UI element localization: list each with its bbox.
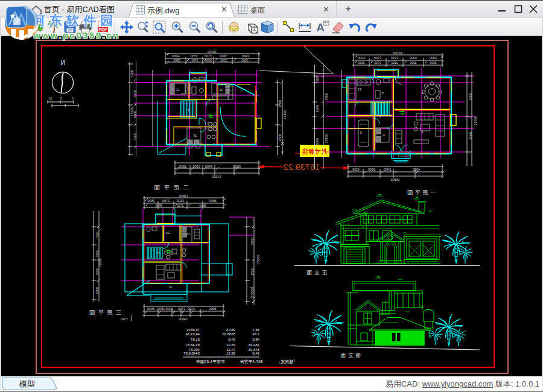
svg-text:2700: 2700 — [191, 58, 198, 62]
svg-text:0: 0 — [72, 96, 74, 100]
svg-text:1300: 1300 — [316, 76, 319, 83]
svg-text:7.84: 7.84 — [252, 332, 259, 336]
svg-text:T: T — [187, 109, 189, 112]
svg-text:2100: 2100 — [391, 61, 398, 65]
svg-text:2F: 2F — [175, 88, 179, 92]
svg-text:3900: 3900 — [173, 58, 180, 62]
svg-text:14600: 14600 — [179, 194, 188, 198]
svg-text:3300: 3300 — [199, 204, 206, 207]
svg-text:7320: 7320 — [121, 317, 128, 321]
svg-text:3F: 3F — [218, 88, 223, 92]
svg-text:2100: 2100 — [205, 54, 212, 58]
svg-text:T: T — [157, 251, 159, 255]
svg-text:N: N — [60, 60, 65, 66]
svg-text:34.8: 34.8 — [228, 338, 235, 341]
svg-text:5: 5 — [381, 91, 384, 95]
svg-text:3700: 3700 — [191, 54, 198, 58]
svg-text:16200: 16200 — [393, 51, 402, 55]
svg-text:16200: 16200 — [208, 50, 217, 54]
svg-text:484.46: 484.46 — [248, 343, 259, 347]
svg-text:75.8644: 75.8644 — [186, 328, 200, 332]
svg-text:2400: 2400 — [133, 90, 137, 97]
svg-text:3000: 3000 — [95, 250, 99, 257]
svg-text:8800: 8800 — [209, 307, 216, 311]
svg-text:2700: 2700 — [391, 56, 398, 60]
svg-text:6: 6 — [383, 133, 385, 137]
svg-text:5200: 5200 — [250, 268, 254, 275]
svg-text:3500: 3500 — [469, 93, 472, 100]
svg-text:1800: 1800 — [179, 165, 186, 168]
svg-text:2700: 2700 — [178, 307, 185, 311]
svg-text:2700: 2700 — [162, 199, 170, 203]
svg-text:3400: 3400 — [316, 105, 319, 112]
svg-text:2400: 2400 — [242, 54, 249, 58]
svg-text:1F: 1F — [192, 134, 197, 138]
svg-text:3000: 3000 — [147, 307, 154, 311]
svg-text:44.61,84: 44.61,84 — [185, 332, 200, 336]
svg-text:2400: 2400 — [155, 204, 162, 207]
svg-text:16800: 16800 — [390, 178, 399, 182]
svg-text:1300: 1300 — [130, 70, 134, 77]
svg-text:4500: 4500 — [133, 133, 137, 140]
svg-text:1b: 1b — [186, 232, 190, 236]
svg-text:T: T — [379, 115, 381, 119]
svg-text:12000: 12000 — [98, 258, 102, 267]
svg-text:83.48.87: 83.48.87 — [185, 343, 200, 347]
svg-text:10500: 10500 — [325, 134, 328, 143]
svg-text:5888.65: 5888.65 — [222, 332, 235, 336]
svg-text:2500: 2500 — [147, 199, 154, 203]
svg-text:7000: 7000 — [278, 100, 282, 107]
svg-text:4c: 4c — [168, 285, 172, 289]
svg-text:367.4平方米: 367.4平方米 — [240, 359, 263, 364]
svg-text:6000: 6000 — [469, 132, 472, 139]
svg-text:2800: 2800 — [325, 93, 328, 100]
svg-text:2400: 2400 — [384, 168, 391, 171]
svg-text:45.01: 45.01 — [226, 343, 235, 347]
svg-text:284.5: 284.5 — [226, 328, 235, 332]
svg-text:2000: 2000 — [316, 138, 319, 145]
svg-text:12000: 12000 — [130, 107, 134, 116]
svg-text:3400: 3400 — [95, 268, 99, 275]
svg-text:4500: 4500 — [413, 168, 420, 171]
svg-text:12900: 12900 — [283, 110, 287, 119]
svg-text:4200: 4200 — [358, 56, 365, 60]
svg-text:2700: 2700 — [374, 61, 381, 65]
svg-text:(12000): (12000) — [250, 286, 254, 298]
svg-text:『建阅览』: 『建阅览』 — [276, 359, 297, 364]
svg-text:2800: 2800 — [250, 238, 254, 245]
svg-text:01: 01 — [49, 96, 52, 100]
svg-text:4200: 4200 — [352, 168, 360, 171]
svg-text:2700: 2700 — [374, 56, 381, 60]
svg-text:3300: 3300 — [220, 58, 227, 62]
svg-text:6600: 6600 — [233, 165, 241, 168]
svg-text:3100: 3100 — [177, 199, 184, 203]
svg-text:88.1: 88.1 — [252, 328, 259, 332]
svg-text:5000: 5000 — [278, 134, 282, 141]
svg-text:94.8: 94.8 — [252, 352, 259, 355]
svg-text:39.51: 39.51 — [226, 352, 235, 355]
svg-text:侧立面: 侧立面 — [338, 352, 361, 358]
svg-text:2700: 2700 — [177, 204, 183, 207]
svg-text:本攻平1.65漏率: 本攻平1.65漏率 — [195, 359, 225, 364]
svg-text:16739.22: 16739.22 — [284, 162, 320, 172]
svg-text:2c: 2c — [166, 231, 170, 235]
svg-text:1800: 1800 — [205, 58, 212, 62]
svg-text:3900: 3900 — [430, 56, 437, 60]
svg-text:3000: 3000 — [410, 56, 417, 60]
svg-text:4200: 4200 — [172, 54, 179, 58]
svg-text:12000: 12000 — [256, 254, 260, 264]
svg-text:3000,1800: 3000,1800 — [157, 307, 173, 311]
svg-text:1: 1 — [421, 130, 424, 133]
svg-text:3600: 3600 — [192, 165, 200, 168]
svg-text:1200: 1200 — [95, 232, 99, 239]
svg-text:2400: 2400 — [205, 165, 212, 168]
svg-text:3800: 3800 — [209, 199, 217, 203]
svg-text:3900: 3900 — [358, 61, 364, 65]
svg-text:2400: 2400 — [188, 307, 195, 311]
svg-text:3900: 3900 — [220, 54, 227, 58]
svg-text:13: 13 — [357, 87, 361, 91]
svg-text:3600: 3600 — [241, 58, 248, 62]
svg-text:1500: 1500 — [95, 287, 99, 294]
svg-text:9: 9 — [360, 131, 362, 134]
svg-text:一层平面: 一层平面 — [405, 189, 436, 195]
